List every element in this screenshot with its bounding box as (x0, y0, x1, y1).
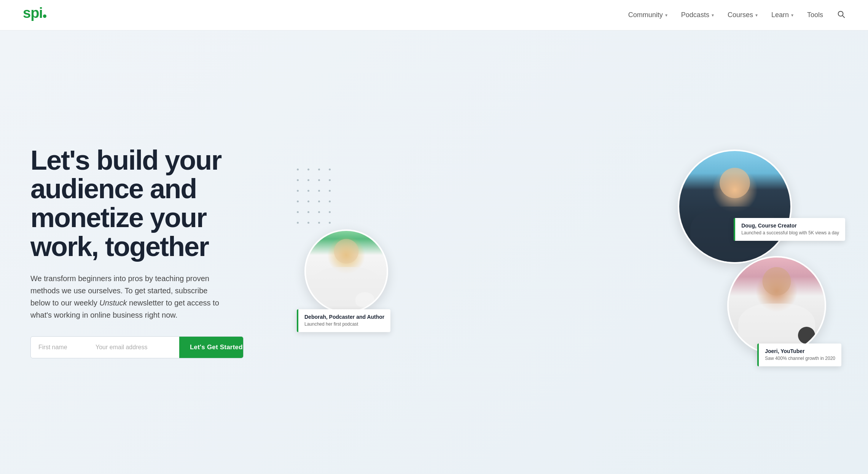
nav-learn[interactable]: Learn ▾ (771, 11, 793, 19)
deborah-info-card: Deborah, Podcaster and Author Launched h… (297, 309, 390, 332)
svg-line-1 (843, 16, 844, 17)
doug-info-card: Doug, Course Creator Launched a successf… (734, 218, 845, 241)
nav-podcasts[interactable]: Podcasts ▾ (681, 11, 714, 19)
nav-tools-label: Tools (807, 11, 823, 19)
header: spi Community ▾ Podcasts ▾ Courses ▾ Lea… (0, 0, 868, 30)
nav-courses[interactable]: Courses ▾ (728, 11, 758, 19)
chevron-down-icon: ▾ (755, 13, 758, 18)
main-nav: Community ▾ Podcasts ▾ Courses ▾ Learn ▾… (628, 10, 845, 21)
search-icon (837, 10, 845, 18)
first-name-input[interactable] (31, 337, 88, 358)
nav-courses-label: Courses (728, 11, 753, 19)
hero-title: Let's build your audience and monetize y… (30, 146, 251, 261)
chevron-down-icon: ▾ (791, 13, 793, 18)
hero-subtitle: We transform beginners into pros by teac… (30, 272, 228, 321)
joeri-detail: Saw 400% channel growth in 2020 (765, 355, 835, 362)
chevron-down-icon: ▾ (712, 13, 714, 18)
deborah-detail: Launched her first podcast (304, 321, 384, 328)
nav-learn-label: Learn (771, 11, 789, 19)
doug-detail: Launched a successful blog with 5K views… (741, 230, 839, 236)
email-input[interactable] (88, 337, 179, 358)
hero-right: Doug, Course Creator Launched a successf… (274, 138, 838, 366)
dots-decoration (297, 169, 334, 227)
nav-community-label: Community (628, 11, 663, 19)
testimonial-circle-joeri (727, 256, 826, 355)
search-button[interactable] (837, 10, 845, 21)
doug-avatar (679, 151, 790, 262)
hero-left: Let's build your audience and monetize y… (30, 146, 274, 358)
joeri-info-card: Joeri, YouTuber Saw 400% channel growth … (757, 344, 841, 366)
hero-section: Let's build your audience and monetize y… (0, 30, 868, 474)
testimonial-circle-deborah (304, 229, 388, 313)
nav-community[interactable]: Community ▾ (628, 11, 667, 19)
deborah-avatar (306, 231, 387, 312)
nav-tools[interactable]: Tools (807, 11, 823, 19)
hero-subtitle-italic: Unstuck (99, 299, 127, 307)
hero-form: Let's Get Started (30, 336, 244, 358)
deborah-name: Deborah, Podcaster and Author (304, 314, 384, 320)
chevron-down-icon: ▾ (665, 13, 667, 18)
testimonial-circle-doug (678, 150, 792, 264)
get-started-button[interactable]: Let's Get Started (179, 337, 244, 358)
nav-podcasts-label: Podcasts (681, 11, 709, 19)
logo-text: spi (23, 6, 43, 20)
logo[interactable]: spi (23, 6, 46, 25)
joeri-name: Joeri, YouTuber (765, 348, 835, 354)
logo-dot-icon (43, 14, 46, 18)
joeri-avatar (729, 258, 825, 353)
doug-name: Doug, Course Creator (741, 223, 839, 229)
